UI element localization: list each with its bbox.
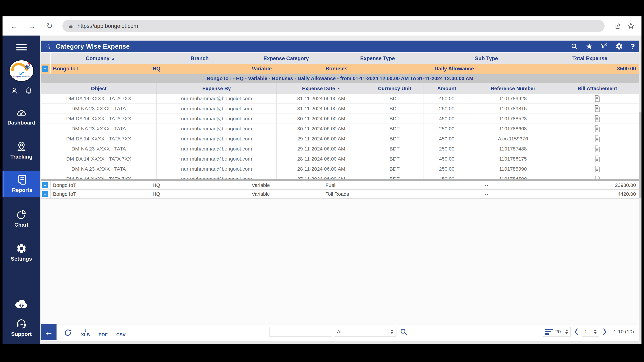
bill-document-icon[interactable] <box>594 156 600 162</box>
cell-expense-by: nur-muhammad@bongoiot.com <box>157 154 277 164</box>
search-input[interactable] <box>269 327 332 337</box>
cell-expense-category: Variable <box>250 190 323 198</box>
column-header-amount[interactable]: Amount <box>424 83 470 94</box>
bill-document-icon[interactable] <box>594 105 600 112</box>
bill-document-icon[interactable] <box>594 115 600 122</box>
column-header-total-expense[interactable]: Total Expense <box>541 53 639 64</box>
refresh-icon[interactable] <box>64 328 72 337</box>
bill-document-icon[interactable] <box>594 125 600 132</box>
gear-icon[interactable] <box>615 42 623 50</box>
export-pdf-button[interactable]: ↓ PDF <box>98 328 108 338</box>
sidebar-item-dashboard[interactable]: Dashboard <box>2 104 40 129</box>
cell-expense-type: Fuel <box>323 181 432 189</box>
cell-total-expense: 3500.00 <box>541 64 639 74</box>
help-icon[interactable]: ? <box>630 42 635 51</box>
cell-bill-attachement <box>556 124 639 134</box>
bill-document-icon[interactable] <box>594 95 600 102</box>
page-size-select[interactable]: 20 <box>543 327 570 337</box>
browser-forward-button[interactable]: → <box>27 22 37 30</box>
column-header-expense-by[interactable]: Expense By <box>157 83 277 94</box>
cell-expense-by: nur-muhammad@bongoiot.com <box>157 174 277 179</box>
browser-reload-button[interactable]: ↻ <box>46 22 54 30</box>
bill-document-icon[interactable] <box>594 176 600 179</box>
cell-expense-category: Variable <box>250 64 323 74</box>
column-header-bill-attachement[interactable]: Bill Attachement <box>556 83 639 94</box>
expand-button[interactable]: + <box>42 191 48 197</box>
favorite-star-icon[interactable]: ☆ <box>45 42 52 51</box>
filter-settings-icon[interactable] <box>600 42 608 50</box>
cell-reference-number: 1101785990 <box>470 164 556 174</box>
column-header-reference-number[interactable]: Reference Number <box>470 83 556 94</box>
cell-bill-attachement <box>556 144 639 154</box>
cell-amount: 450.00 <box>424 94 470 104</box>
cell-expense-by: nur-muhammad@bongoiot.com <box>157 164 277 174</box>
cell-expense-by: nur-muhammad@bongoiot.com <box>157 134 277 144</box>
cell-object: DM-DA 14-XXXX - TATA 7XX <box>41 114 157 124</box>
page-number-input[interactable]: 1 <box>582 327 600 337</box>
bookmark-star-icon[interactable] <box>627 22 635 30</box>
screen: ← → ↻ https://app.bongoiot.com ✳ <box>2 16 642 344</box>
cell-reference-number: 1101789928 <box>470 94 556 104</box>
bill-document-icon[interactable] <box>594 145 600 152</box>
search-field-select[interactable]: All <box>334 327 396 337</box>
cell-bill-attachement <box>556 154 639 164</box>
sidebar-label-tracking: Tracking <box>10 154 32 160</box>
favorites-icon[interactable]: ★ <box>586 42 593 50</box>
search-go-icon[interactable] <box>400 328 408 336</box>
column-header-branch[interactable]: Branch <box>150 53 250 64</box>
cell-expense-date: 28-11-2024 06:00 AM <box>277 154 366 164</box>
cell-expense-date: 29-11-2024 06:00 AM <box>277 134 366 144</box>
sidebar-item-support[interactable]: Support <box>11 318 32 337</box>
cell-sub-type: -- <box>432 190 541 198</box>
sidebar-item-settings[interactable]: Settings <box>2 240 40 265</box>
cell-bill-attachement <box>556 94 639 104</box>
address-bar[interactable]: https://app.bongoiot.com <box>62 20 604 32</box>
collapsed-group-row: + Bongo IoT HQ Variable Toll Roads -- 44… <box>41 190 639 199</box>
sidebar-label-support: Support <box>11 331 32 337</box>
browser-back-button[interactable]: ← <box>9 22 18 30</box>
expand-button[interactable]: + <box>42 182 48 188</box>
main-table-header: Company▲ Branch Expense Category Expense… <box>41 53 639 64</box>
prev-page-icon[interactable] <box>573 328 579 335</box>
hamburger-menu-icon[interactable] <box>16 43 27 52</box>
expander-column-header <box>41 53 51 64</box>
cell-amount: 250.00 <box>424 164 470 174</box>
cloud-download-icon <box>14 298 29 309</box>
download-arrow-icon: ↓ <box>102 328 104 332</box>
back-button[interactable]: ← <box>41 324 56 340</box>
table-divider <box>41 179 639 181</box>
sidebar-label-dashboard: Dashboard <box>8 120 36 126</box>
collapsed-rows: + Bongo IoT HQ Variable Fuel -- 23980.00… <box>40 181 642 199</box>
sidebar-item-download[interactable] <box>14 298 29 310</box>
cell-bill-attachement <box>556 134 639 144</box>
column-header-sub-type[interactable]: Sub Type <box>432 53 541 64</box>
cell-amount: 250.00 <box>424 124 470 134</box>
share-icon[interactable] <box>614 22 622 30</box>
cell-total-expense: 23980.00 <box>541 181 639 189</box>
column-header-object[interactable]: Object <box>41 83 157 94</box>
search-icon[interactable] <box>570 42 578 50</box>
export-xls-button[interactable]: ↓ XLS <box>81 328 90 338</box>
column-header-expense-type[interactable]: Expense Type <box>323 53 432 64</box>
url-text[interactable]: https://app.bongoiot.com <box>78 23 555 29</box>
column-header-expense-date[interactable]: Expense Date▼ <box>277 83 366 94</box>
sidebar-label-settings: Settings <box>11 256 32 262</box>
sidebar-item-chart[interactable]: Chart <box>2 206 40 231</box>
column-header-company[interactable]: Company▲ <box>51 53 150 64</box>
bill-document-icon[interactable] <box>594 166 600 172</box>
next-page-icon[interactable] <box>602 328 608 335</box>
export-csv-button[interactable]: ↓ CSV <box>116 328 126 338</box>
sidebar-label-chart: Chart <box>14 222 28 228</box>
collapse-button[interactable]: − <box>42 65 48 72</box>
bill-document-icon[interactable] <box>594 135 600 142</box>
tracking-pin-icon <box>16 141 27 152</box>
column-header-currency-unit[interactable]: Currency Unit <box>366 83 424 94</box>
detail-table-row: DM-DA 14-XXXX - TATA 7XX nur-muhammad@bo… <box>41 114 639 124</box>
sidebar-item-reports[interactable]: Reports <box>2 171 40 197</box>
sidebar-item-tracking[interactable]: Tracking <box>2 138 40 163</box>
notifications-bell-icon[interactable] <box>25 87 32 94</box>
column-header-expense-category[interactable]: Expense Category <box>250 53 323 64</box>
cell-amount: 450.00 <box>424 154 470 164</box>
user-icon[interactable] <box>10 87 18 94</box>
scrollbar-thumb[interactable] <box>639 112 642 198</box>
